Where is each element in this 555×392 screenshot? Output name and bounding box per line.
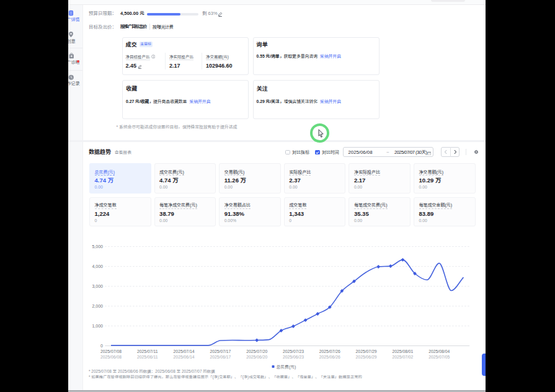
svg-text:2,000: 2,000 [92,304,103,308]
svg-text:2025/07/17: 2025/07/17 [210,349,231,354]
svg-text:2025/06/23: 2025/06/23 [283,355,304,359]
svg-text:总花费(元): 总花费(元) [277,365,296,370]
svg-text:2025/06/14: 2025/06/14 [174,355,195,359]
svg-text:2025/07/23: 2025/07/23 [283,349,304,354]
svg-text:2025/07/11: 2025/07/11 [137,349,158,354]
svg-text:2025/07/08: 2025/07/08 [100,349,122,354]
svg-text:2025/08/01: 2025/08/01 [392,349,413,354]
svg-text:3,000: 3,000 [92,284,103,288]
svg-text:2025/07/14: 2025/07/14 [174,349,195,354]
svg-text:2025/07/20: 2025/07/20 [246,349,267,354]
svg-text:2025/06/29: 2025/06/29 [356,355,377,359]
svg-text:2025/08/04: 2025/08/04 [428,349,450,354]
svg-text:2025/06/20: 2025/06/20 [246,355,267,359]
svg-text:2025/07/26: 2025/07/26 [319,349,340,354]
svg-text:2025/06/26: 2025/06/26 [319,355,340,359]
svg-text:2025/07/05: 2025/07/05 [428,355,450,359]
svg-text:4,000: 4,000 [92,264,103,269]
svg-text:2025/06/08: 2025/06/08 [100,355,122,359]
svg-text:2025/06/17: 2025/06/17 [210,355,231,359]
svg-text:2025/07/02: 2025/07/02 [392,355,413,359]
svg-text:2025/07/29: 2025/07/29 [356,349,377,354]
svg-text:0: 0 [100,344,103,348]
svg-text:1,000: 1,000 [92,324,103,328]
svg-text:2025/06/11: 2025/06/11 [137,355,158,359]
svg-text:5,000: 5,000 [92,244,103,249]
